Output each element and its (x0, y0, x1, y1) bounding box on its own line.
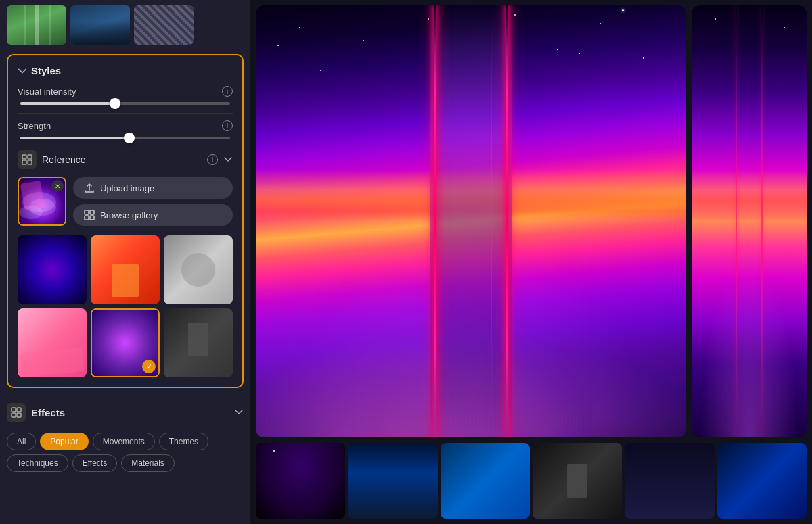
bottom-thumb-1[interactable] (256, 443, 345, 519)
visual-intensity-label: Visual intensity (18, 87, 76, 97)
visual-intensity-info-icon[interactable]: i (222, 86, 233, 97)
effects-label: Effects (31, 407, 65, 419)
reference-section: Reference i (18, 150, 233, 377)
strength-label: Strength (18, 121, 51, 131)
reference-header: Reference i (18, 150, 233, 169)
side-image-container[interactable] (692, 5, 807, 437)
bottom-thumb-2[interactable] (348, 443, 437, 519)
svg-rect-0 (22, 155, 26, 159)
selected-reference-thumb[interactable]: ✕ (18, 177, 66, 226)
bottom-thumb-5[interactable] (625, 443, 714, 519)
gallery-thumb-6[interactable] (164, 308, 233, 377)
effects-chevron-icon[interactable] (234, 408, 244, 417)
styles-header: Styles (18, 65, 233, 76)
upload-buttons: Upload image Browse gallery (73, 177, 233, 226)
right-panel (250, 0, 812, 524)
svg-rect-6 (85, 216, 89, 220)
svg-rect-2 (22, 160, 26, 164)
visual-intensity-thumb[interactable] (110, 98, 120, 109)
train-body (430, 5, 512, 437)
reference-gallery-grid: ✓ (18, 235, 233, 377)
filter-techniques[interactable]: Techniques (7, 454, 68, 472)
strength-slider[interactable]: Strength i (18, 120, 233, 139)
gallery-thumb-2[interactable] (91, 235, 160, 304)
effects-header: Effects (7, 398, 244, 427)
bottom-strip (250, 443, 812, 524)
strength-info-icon[interactable]: i (222, 120, 233, 131)
svg-rect-10 (12, 413, 16, 417)
filter-all[interactable]: All (7, 433, 36, 450)
train-glow-left (434, 5, 436, 437)
bottom-thumb-3[interactable] (441, 443, 530, 519)
filter-effects[interactable]: Effects (72, 454, 117, 472)
upload-image-label: Upload image (100, 183, 154, 193)
visual-intensity-track[interactable] (20, 102, 230, 105)
upload-image-button[interactable]: Upload image (73, 177, 233, 199)
reference-info-icon[interactable]: i (207, 154, 218, 165)
bottom-thumb-6[interactable] (717, 443, 807, 519)
left-panel: Styles Visual intensity i Strength i (0, 0, 250, 524)
bottom-thumb-4[interactable] (533, 443, 622, 519)
upload-icon (84, 183, 95, 193)
browse-gallery-button[interactable]: Browse gallery (73, 204, 233, 226)
reference-right: i (207, 154, 233, 165)
effects-left: Effects (7, 403, 65, 422)
filter-popular[interactable]: Popular (40, 433, 88, 450)
side-image (692, 5, 807, 437)
gallery-thumb-3[interactable] (164, 235, 233, 304)
gallery-thumb-1[interactable] (18, 235, 87, 304)
main-image (256, 5, 686, 437)
top-thumb-2[interactable] (70, 5, 130, 45)
train-glow-right (506, 5, 508, 437)
effects-icon (11, 407, 22, 418)
filter-pills: All Popular Movements Themes Techniques … (7, 433, 244, 472)
svg-rect-5 (90, 210, 94, 214)
selected-check-icon: ✓ (142, 360, 156, 373)
remove-reference-button[interactable]: ✕ (51, 180, 64, 192)
strength-thumb[interactable] (124, 133, 135, 143)
svg-rect-1 (28, 155, 32, 159)
upload-area: ✕ Upload image (18, 177, 233, 226)
main-image-container[interactable] (256, 5, 686, 437)
chevron-down-icon[interactable] (18, 66, 27, 76)
visual-intensity-slider[interactable]: Visual intensity i (18, 86, 233, 105)
top-thumb-1[interactable] (7, 5, 66, 45)
gallery-icon (84, 210, 95, 220)
filter-materials[interactable]: Materials (121, 454, 175, 472)
svg-rect-8 (12, 408, 16, 412)
svg-rect-9 (17, 408, 21, 412)
top-thumb-3[interactable] (134, 5, 194, 45)
browse-gallery-label: Browse gallery (100, 210, 158, 220)
reference-label: Reference (42, 154, 86, 165)
styles-box: Styles Visual intensity i Strength i (7, 54, 244, 388)
gallery-thumb-5[interactable]: ✓ (91, 308, 160, 377)
reference-chevron-icon[interactable] (223, 155, 233, 164)
svg-rect-7 (90, 216, 94, 220)
effects-icon-box (7, 403, 26, 422)
strength-fill (20, 137, 129, 139)
svg-rect-3 (28, 160, 32, 164)
strength-track[interactable] (20, 137, 230, 139)
main-image-row (250, 0, 812, 443)
effects-section: Effects All Popular Movements Themes Tec… (7, 398, 244, 472)
filter-movements[interactable]: Movements (93, 433, 155, 450)
thumbnail-strip (0, 0, 250, 50)
styles-title: Styles (31, 65, 61, 76)
reference-icon (22, 154, 32, 165)
reference-left: Reference (18, 150, 86, 169)
gallery-thumb-4[interactable] (18, 308, 87, 377)
filter-themes[interactable]: Themes (159, 433, 208, 450)
svg-rect-11 (17, 413, 21, 417)
svg-rect-4 (85, 210, 89, 214)
reference-icon-box (18, 150, 37, 169)
visual-intensity-fill (20, 102, 115, 105)
